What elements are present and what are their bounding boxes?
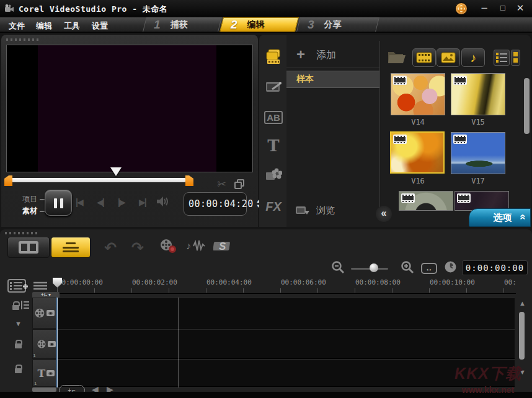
- split-clip-icon[interactable]: ✂: [217, 177, 226, 191]
- enlarge-preview-icon[interactable]: [237, 179, 244, 187]
- video-track-header[interactable]: [32, 298, 56, 329]
- rail-graphic-icon[interactable]: [262, 162, 285, 186]
- rail-media-icon[interactable]: [262, 45, 285, 68]
- duration-clock-icon[interactable]: [444, 260, 457, 276]
- tab-share[interactable]: 3分享: [296, 17, 379, 32]
- track-manager-icon[interactable]: [7, 279, 29, 295]
- thumbnail-view-button[interactable]: [511, 50, 520, 66]
- panel-grip[interactable]: [6, 38, 41, 41]
- preview-timecode[interactable]: 00:00:04:20 ▲▼: [184, 192, 247, 216]
- track-dropdown-icon[interactable]: ▼: [15, 320, 22, 327]
- timeline-playhead-line[interactable]: [56, 298, 58, 387]
- menu-file[interactable]: 文件: [5, 19, 29, 33]
- lock-track-icon[interactable]: [12, 305, 19, 310]
- timeline-timecode[interactable]: 0:00:00:00: [462, 260, 528, 275]
- ruler-label: 00:: [504, 278, 516, 286]
- rail-transition-icon[interactable]: AB: [262, 105, 285, 129]
- record-capture-icon[interactable]: [159, 238, 177, 257]
- library-rail: AB T FX: [259, 35, 286, 227]
- rail-filter-icon[interactable]: FX: [262, 195, 285, 218]
- zoom-in-icon[interactable]: [401, 260, 414, 276]
- video-clip-badge-icon: [393, 76, 407, 85]
- lock-track-icon[interactable]: [15, 368, 22, 373]
- media-thumbnail-v15[interactable]: [451, 73, 505, 115]
- timeline-ruler[interactable]: 00:00:00:00 00:00:02:00 00:00:04:00 00:0…: [52, 276, 516, 294]
- preview-playhead[interactable]: [110, 167, 122, 176]
- clip-mode-label[interactable]: 素材: [22, 206, 45, 216]
- list-view-button[interactable]: [494, 50, 510, 66]
- trim-end-handle[interactable]: [185, 175, 193, 186]
- rail-instant-project-icon[interactable]: [262, 76, 285, 99]
- ruler-label: 00:00:04:00: [206, 278, 252, 286]
- track-visibility-icon[interactable]: [47, 310, 55, 316]
- filter-audio-button[interactable]: ♪: [461, 48, 485, 67]
- svg-text:S: S: [219, 241, 226, 252]
- video-track-icon: [34, 307, 45, 319]
- prev-frame-button[interactable]: ◀|: [97, 197, 104, 207]
- timeline-zoom-slider-knob[interactable]: [370, 263, 378, 272]
- lock-track-icon[interactable]: [15, 343, 22, 348]
- storyboard-view-button[interactable]: [7, 237, 50, 258]
- go-end-button[interactable]: ▶|: [139, 197, 146, 207]
- gallery-scrollbar[interactable]: [524, 78, 530, 134]
- tab-edit[interactable]: 2编辑: [219, 17, 299, 32]
- undo-button[interactable]: ↶: [104, 239, 117, 257]
- title-bar: Corel VideoStudio Pro - 未命名 ─ □ ✕: [0, 0, 532, 17]
- project-mode-label[interactable]: 项目: [22, 194, 45, 205]
- track-header-scrollbar[interactable]: [32, 387, 56, 392]
- media-thumbnail-v16-selected[interactable]: [390, 131, 445, 174]
- overlay-track-row[interactable]: [57, 329, 515, 359]
- media-thumbnail-partial[interactable]: [399, 191, 453, 211]
- options-button[interactable]: 选项 »: [469, 208, 531, 227]
- filter-photo-button[interactable]: [437, 48, 460, 67]
- rail-title-icon[interactable]: T: [262, 134, 285, 157]
- ruler-label: 00:00:06:00: [281, 278, 326, 286]
- overlay-track-header[interactable]: 1: [32, 329, 56, 359]
- window-title: Corel VideoStudio Pro - 未命名: [19, 4, 167, 15]
- pause-button[interactable]: [45, 190, 72, 216]
- track-options-icon[interactable]: [21, 300, 30, 310]
- thumbnail-label: V16: [391, 177, 445, 185]
- audio-mixer-icon[interactable]: ♪: [186, 238, 207, 257]
- panel-grip[interactable]: [5, 232, 40, 234]
- tab-capture[interactable]: 1捕获: [143, 17, 222, 32]
- next-frame-button[interactable]: |▶: [118, 197, 125, 207]
- fit-project-icon[interactable]: ↔: [421, 263, 437, 274]
- timeline-vertical-scrollbar[interactable]: [519, 312, 525, 360]
- clip-end-marker: [179, 298, 179, 387]
- video-clip-badge-icon: [401, 193, 415, 203]
- menu-settings[interactable]: 设置: [88, 19, 112, 33]
- menu-tools[interactable]: 工具: [60, 19, 84, 33]
- ruler-label: 00:00:10:00: [430, 278, 475, 286]
- scrubber-track[interactable]: [11, 178, 186, 182]
- add-media-button[interactable]: + 添加: [286, 43, 379, 68]
- category-item-sample[interactable]: 样本: [286, 71, 379, 88]
- go-start-button[interactable]: |◀: [76, 197, 82, 207]
- app-logo-icon: [4, 3, 15, 17]
- filter-video-button[interactable]: [412, 48, 436, 67]
- import-folder-icon[interactable]: [387, 48, 406, 67]
- zoom-out-icon[interactable]: [331, 260, 345, 276]
- browse-button[interactable]: 浏览: [295, 205, 335, 216]
- volume-icon[interactable]: [156, 196, 170, 210]
- video-track-row[interactable]: [57, 298, 515, 329]
- timeline-view-icon: [63, 242, 79, 252]
- redo-button[interactable]: ↷: [131, 239, 144, 257]
- minimize-button[interactable]: ─: [477, 2, 491, 14]
- chevrons-up-icon: »: [515, 215, 528, 219]
- media-thumbnail-v17[interactable]: [451, 132, 505, 174]
- scroll-down-icon[interactable]: ▼: [519, 368, 526, 376]
- maximize-button[interactable]: □: [496, 2, 510, 14]
- media-thumbnail-v14[interactable]: [391, 73, 445, 115]
- timeline-view-button[interactable]: [51, 237, 91, 258]
- close-button[interactable]: ✕: [513, 2, 527, 14]
- track-visibility-icon[interactable]: [48, 341, 56, 347]
- track-visibility-icon[interactable]: [47, 370, 55, 376]
- menu-edit[interactable]: 编辑: [32, 19, 56, 33]
- trim-start-handle[interactable]: [4, 175, 12, 186]
- ripple-edit-icon[interactable]: S: [213, 238, 233, 257]
- title-track-header[interactable]: 1 T: [32, 360, 56, 387]
- collapse-panel-button[interactable]: «: [376, 206, 392, 222]
- title-track-row[interactable]: [57, 360, 515, 387]
- scroll-up-icon[interactable]: ▲: [519, 299, 526, 307]
